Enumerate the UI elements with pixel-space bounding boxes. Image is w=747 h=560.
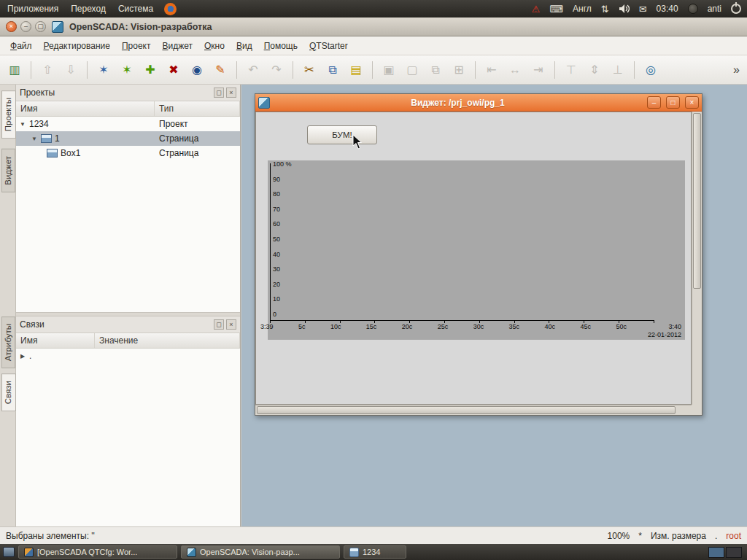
tab-widget[interactable]: Виджет: [1, 149, 15, 192]
visual-item-properties-button[interactable]: ◉: [186, 59, 208, 81]
warning-icon[interactable]: ⚠: [532, 4, 541, 15]
block-up-button[interactable]: ⇧: [36, 59, 58, 81]
add-page-button[interactable]: ✚: [139, 59, 161, 81]
updown-arrows-icon[interactable]: ⇅: [601, 4, 609, 15]
tree-row-page-1[interactable]: ▼ 1 Страница: [16, 131, 240, 146]
block-down-button[interactable]: ⇩: [60, 59, 82, 81]
menu-qtstarter[interactable]: QTStarter: [303, 38, 354, 54]
trend-chart-widget[interactable]: 100 % 90 80 70 60 50 40 30 20 10 0: [268, 160, 685, 340]
align-vcenter-button[interactable]: ⇕: [584, 59, 605, 81]
window-close-button[interactable]: ×: [6, 21, 17, 32]
clock[interactable]: 03:40: [657, 4, 678, 14]
edit-visual-item-button[interactable]: ✎: [209, 59, 231, 81]
menu-window[interactable]: Окно: [198, 38, 231, 54]
align-top-button[interactable]: ⊤: [560, 59, 582, 81]
app-icon: [52, 21, 63, 33]
cut-button[interactable]: ✂: [298, 59, 320, 81]
menu-view[interactable]: Вид: [231, 38, 258, 54]
ungroup-widgets-button[interactable]: ⊞: [448, 59, 470, 81]
align-right-button[interactable]: ⇥: [527, 59, 549, 81]
window-minimize-button[interactable]: –: [20, 21, 31, 32]
tree-row-project-1234[interactable]: ▼ 1234 Проект: [16, 117, 240, 131]
raise-widget-button[interactable]: ▣: [378, 59, 400, 81]
tab-attributes[interactable]: Атрибуты: [1, 316, 15, 368]
column-header-name[interactable]: Имя: [16, 101, 155, 116]
mail-icon[interactable]: ✉: [639, 4, 647, 15]
user-status-icon[interactable]: [688, 4, 698, 14]
widget-close-button[interactable]: ×: [685, 96, 699, 109]
horizontal-scrollbar-handle[interactable]: [257, 406, 676, 414]
toolbar-overflow-chevron[interactable]: »: [729, 63, 744, 77]
menu-edit[interactable]: Редактирование: [38, 38, 116, 54]
username[interactable]: anti: [708, 4, 721, 14]
expander-icon[interactable]: ▼: [31, 136, 38, 142]
statusbar-dot: .: [715, 531, 717, 541]
group-widgets-icon: ⧉: [431, 63, 439, 77]
delete-visual-item-button[interactable]: ✖: [163, 59, 185, 81]
taskbar-item-1234[interactable]: 1234: [344, 545, 406, 559]
vertical-scrollbar-handle[interactable]: [693, 113, 701, 289]
menu-help[interactable]: Помощь: [258, 38, 303, 54]
copy-button[interactable]: ⧉: [322, 59, 344, 81]
dock-close-icon[interactable]: ×: [226, 88, 236, 98]
menu-places[interactable]: Переход: [69, 2, 107, 15]
dock-float-icon[interactable]: ◻: [214, 88, 224, 98]
group-widgets-button[interactable]: ⧉: [425, 59, 446, 81]
widget-maximize-button[interactable]: □: [666, 96, 680, 109]
undo-icon: ↶: [248, 63, 258, 77]
dock-float-icon[interactable]: ◻: [214, 319, 224, 330]
widget-minimize-button[interactable]: –: [647, 96, 661, 109]
statusbar-mode[interactable]: Изм. размера: [651, 531, 706, 541]
block-down-icon: ⇩: [66, 63, 75, 77]
statusbar-user[interactable]: root: [726, 531, 741, 541]
load-db-button[interactable]: ▥: [4, 59, 26, 81]
boom-button[interactable]: БУМ!: [307, 125, 377, 144]
power-icon[interactable]: [731, 4, 741, 14]
page-icon: [41, 134, 52, 143]
workspace-2[interactable]: [726, 547, 742, 558]
paste-button[interactable]: ▤: [345, 59, 367, 81]
align-hcenter-button[interactable]: ↔: [504, 59, 526, 81]
window-list-icon[interactable]: [3, 547, 15, 557]
keyboard-layout-icon[interactable]: ⌨: [549, 4, 563, 15]
new-widget-library-button[interactable]: ✶: [93, 59, 115, 81]
tab-links[interactable]: Связи: [1, 373, 16, 411]
statusbar-selection: Выбраны элементы: '': [6, 531, 95, 541]
menu-file[interactable]: Файл: [4, 38, 38, 54]
taskbar-item-vision[interactable]: OpenSCADA: Vision-разр...: [181, 545, 340, 559]
run-execution-button[interactable]: ◎: [640, 59, 662, 81]
menu-system[interactable]: Система: [117, 2, 155, 15]
column-header-name[interactable]: Имя: [16, 333, 95, 348]
tab-projects[interactable]: Проекты: [1, 90, 16, 139]
align-bottom-button[interactable]: ⊥: [607, 59, 629, 81]
lower-widget-button[interactable]: ▢: [401, 59, 423, 81]
menu-project[interactable]: Проект: [116, 38, 157, 54]
workspace-1[interactable]: [708, 547, 724, 558]
vertical-scrollbar[interactable]: [692, 112, 702, 405]
statusbar-modified-flag: *: [638, 531, 642, 541]
tree-row-page-box1[interactable]: Box1 Страница: [16, 146, 240, 160]
column-header-type[interactable]: Тип: [155, 101, 240, 116]
widget-edit-canvas[interactable]: БУМ! 100 % 90 80 70 60: [255, 112, 692, 405]
statusbar-zoom[interactable]: 100%: [608, 531, 630, 541]
align-left-button[interactable]: ⇤: [481, 59, 503, 81]
toolbar-separator: [475, 61, 476, 79]
workspace-switcher: [708, 547, 742, 558]
menu-widget[interactable]: Виджет: [156, 38, 198, 54]
taskbar-item-qtcfg[interactable]: [OpenSCADA QTCfg: Wor...: [18, 545, 177, 559]
add-visual-item-button[interactable]: ✶: [116, 59, 138, 81]
keyboard-layout-label[interactable]: Англ: [573, 4, 592, 14]
volume-icon[interactable]: [619, 4, 630, 14]
column-header-value[interactable]: Значение: [95, 333, 240, 348]
horizontal-scrollbar[interactable]: [255, 405, 692, 415]
expander-icon[interactable]: ▼: [19, 121, 26, 128]
dock-close-icon[interactable]: ×: [226, 319, 236, 330]
menu-applications[interactable]: Приложения: [6, 2, 60, 15]
window-maximize-button[interactable]: ▢: [35, 21, 46, 32]
links-row-root[interactable]: ▶ .: [16, 349, 240, 363]
firefox-icon[interactable]: [164, 3, 177, 15]
expander-icon[interactable]: ▶: [19, 353, 26, 359]
widget-window-titlebar[interactable]: Виджет: /prj_owi/pg_1 – □ ×: [255, 94, 702, 112]
undo-button[interactable]: ↶: [242, 59, 264, 81]
redo-button[interactable]: ↷: [266, 59, 287, 81]
